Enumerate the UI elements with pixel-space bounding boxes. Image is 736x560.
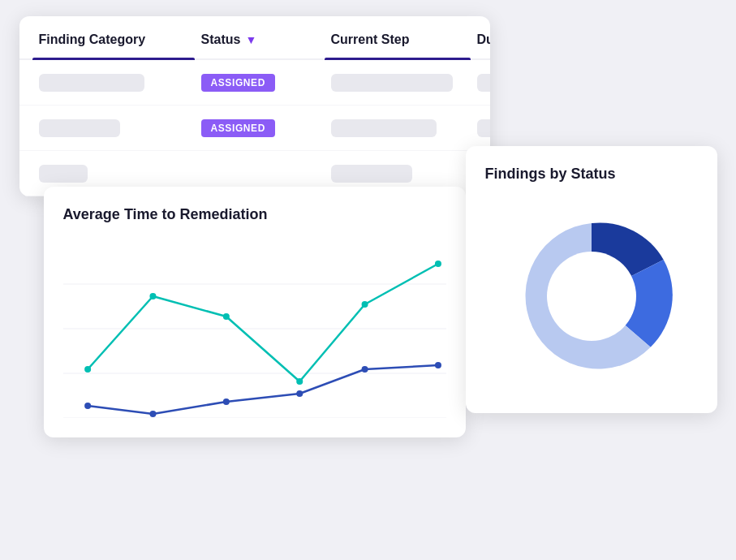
- donut-chart-card: Findings by Status: [466, 146, 717, 413]
- line-chart-svg: [63, 239, 446, 418]
- blue-dot: [361, 366, 368, 373]
- cell-status-3: [195, 164, 325, 183]
- teal-dot: [361, 301, 368, 308]
- blue-dot: [434, 362, 441, 368]
- table-row: ASSIGNED: [19, 106, 490, 151]
- cell-finding-category-1: [32, 64, 195, 101]
- line-chart-card: Average Time to Remediation: [44, 187, 466, 437]
- status-badge-1: ASSIGNED: [201, 74, 275, 92]
- cell-current-step-1: [325, 64, 471, 101]
- donut-chart-svg: [494, 199, 689, 394]
- teal-dot: [222, 313, 229, 320]
- col-label-due-date: Due Date: [477, 32, 490, 47]
- col-header-status: Status ▼: [195, 16, 325, 58]
- skeleton-finding-category-1: [39, 74, 144, 92]
- col-header-finding-category: Finding Category: [32, 16, 195, 58]
- donut-hole: [547, 252, 636, 341]
- blue-dot: [149, 411, 156, 417]
- teal-dot: [434, 261, 441, 267]
- table-row: ASSIGNED: [19, 60, 490, 106]
- cell-current-step-2: [325, 110, 471, 147]
- cell-finding-category-2: [32, 110, 195, 147]
- line-chart-title: Average Time to Remediation: [63, 206, 446, 223]
- teal-dot: [84, 366, 91, 373]
- skeleton-due-date-1: [477, 74, 490, 92]
- table-card: Finding Category Status ▼ Current Step D…: [19, 16, 490, 196]
- skeleton-finding-category-2: [39, 119, 120, 137]
- cell-status-2: ASSIGNED: [195, 110, 325, 147]
- cell-due-date-1: [471, 64, 490, 101]
- skeleton-current-step-3: [331, 165, 412, 183]
- cell-status-1: ASSIGNED: [195, 64, 325, 101]
- col-header-current-step: Current Step: [325, 16, 471, 58]
- cell-due-date-2: [471, 110, 490, 147]
- table-header: Finding Category Status ▼ Current Step D…: [19, 16, 490, 60]
- blue-line: [88, 365, 438, 414]
- donut-chart-title: Findings by Status: [485, 166, 698, 183]
- teal-line: [88, 264, 438, 381]
- skeleton-current-step-1: [331, 74, 453, 92]
- filter-icon[interactable]: ▼: [245, 33, 256, 46]
- skeleton-current-step-2: [331, 119, 437, 137]
- skeleton-due-date-2: [477, 119, 490, 137]
- teal-dot: [149, 293, 156, 299]
- col-label-current-step: Current Step: [331, 32, 410, 47]
- col-header-due-date: Due Date: [471, 16, 490, 58]
- col-label-status: Status: [201, 32, 241, 47]
- blue-dot: [296, 390, 303, 397]
- col-label-finding-category: Finding Category: [39, 32, 146, 47]
- skeleton-finding-category-3: [39, 165, 88, 183]
- blue-dot: [222, 398, 229, 405]
- status-badge-2: ASSIGNED: [201, 119, 275, 137]
- scene: Finding Category Status ▼ Current Step D…: [19, 16, 717, 544]
- teal-dot: [296, 378, 303, 385]
- blue-dot: [84, 403, 91, 409]
